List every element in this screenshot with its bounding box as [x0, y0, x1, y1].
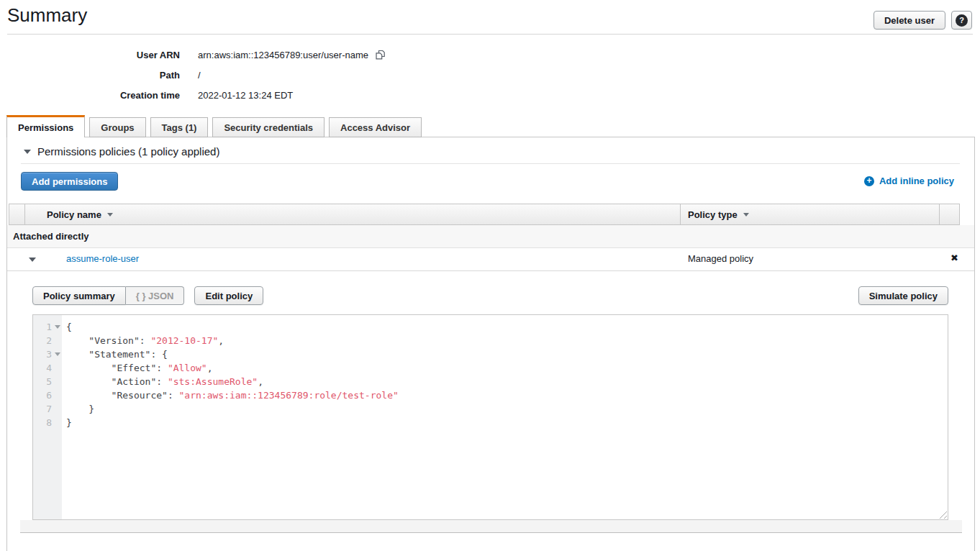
expander-column-header [9, 204, 25, 224]
line-number: 4 [33, 361, 62, 375]
permissions-tab-panel: Permissions policies (1 policy applied) … [6, 137, 975, 551]
header-divider [7, 34, 973, 35]
policy-detail-panel: Policy summary { } JSON Edit policy Simu… [7, 271, 974, 533]
help-button[interactable]: ? [951, 11, 972, 29]
line-number-text: 5 [46, 376, 52, 387]
line-number: 6 [33, 388, 62, 402]
section-divider [21, 163, 960, 164]
tab-access-advisor[interactable]: Access Advisor [329, 117, 422, 137]
add-permissions-button[interactable]: Add permissions [21, 172, 118, 191]
line-number: 5 [33, 375, 62, 388]
policy-type-column-header[interactable]: Policy type [680, 204, 939, 224]
editor-footer-bar [20, 520, 962, 533]
code-token-string: "arn:aws:iam::123456789:role/test-role" [179, 390, 399, 401]
line-number-text: 7 [46, 404, 52, 414]
code-line: "Action": "sts:AssumeRole", [66, 375, 948, 388]
line-number: 3 [33, 347, 62, 361]
code-line: "Version": "2012-10-17", [66, 334, 948, 347]
row-expander-icon[interactable] [29, 258, 36, 262]
code-token-string: "Allow" [168, 363, 207, 373]
policies-table-header: Policy name Policy type [9, 204, 960, 225]
section-collapse-icon [24, 150, 31, 154]
json-view-button[interactable]: { } JSON [126, 286, 185, 305]
path-value: / [198, 70, 201, 81]
code-token: } [66, 404, 94, 414]
add-inline-policy-label: Add inline policy [879, 176, 954, 186]
user-arn-label: User ARN [0, 50, 180, 60]
line-number-text: 2 [46, 335, 52, 346]
policy-summary-button[interactable]: Policy summary [32, 286, 126, 305]
policy-type-header-label: Policy type [688, 209, 738, 220]
code-fold-icon[interactable] [55, 352, 60, 356]
edit-policy-button[interactable]: Edit policy [194, 286, 263, 305]
user-arn-value: arn:aws:iam::123456789:user/user-name [198, 50, 368, 60]
copy-arn-button[interactable] [375, 49, 386, 60]
line-number: 1 [33, 320, 62, 334]
code-line: } [66, 416, 948, 429]
permissions-policies-section-toggle[interactable]: Permissions policies (1 policy applied) [24, 145, 219, 158]
field-row-user-arn: User ARN arn:aws:iam::123456789:user/use… [0, 45, 386, 65]
code-token: "Effect": [66, 363, 168, 373]
policy-view-buttons: Policy summary { } JSON Edit policy [32, 286, 263, 305]
code-token-string: "2012-10-17" [150, 335, 218, 346]
line-number: 7 [33, 402, 62, 416]
code-token: , [258, 376, 263, 387]
code-token: , [207, 363, 213, 373]
tab-tags[interactable]: Tags (1) [150, 117, 209, 137]
group-row-label: Attached directly [13, 231, 89, 242]
code-line: "Statement": { [66, 347, 948, 361]
remove-policy-icon[interactable]: ✖ [950, 252, 958, 263]
path-label: Path [0, 70, 180, 81]
attached-directly-group-row: Attached directly [7, 225, 974, 248]
code-token: "Version": [66, 335, 150, 346]
tab-bar: Permissions Groups Tags (1) Security cre… [6, 115, 422, 137]
code-fold-icon[interactable] [55, 325, 60, 329]
code-line: { [66, 320, 948, 334]
plus-icon: + [864, 176, 874, 186]
policy-name-link[interactable]: assume-role-user [66, 253, 139, 264]
summary-fields: User ARN arn:aws:iam::123456789:user/use… [0, 45, 386, 105]
tab-permissions[interactable]: Permissions [6, 115, 85, 137]
copy-icon [375, 49, 386, 60]
simulate-policy-button[interactable]: Simulate policy [858, 286, 948, 305]
json-policy-editor[interactable]: 1 2 3 4 5 6 7 8 { "Version": "2012-10-17… [32, 314, 948, 520]
delete-user-button[interactable]: Delete user [874, 11, 945, 29]
code-token: , [218, 335, 224, 346]
editor-line-number-gutter: 1 2 3 4 5 6 7 8 [33, 315, 62, 519]
line-number: 8 [33, 416, 62, 429]
line-number-text: 3 [46, 349, 52, 360]
code-line: "Resource": "arn:aws:iam::123456789:role… [66, 388, 948, 402]
section-title: Permissions policies (1 policy applied) [37, 145, 219, 158]
creation-time-value: 2022-01-12 13:24 EDT [198, 90, 293, 101]
action-column-header [939, 204, 959, 224]
header-actions: Delete user ? [874, 11, 972, 29]
tab-security-credentials[interactable]: Security credentials [212, 117, 325, 137]
code-token-string: "sts:AssumeRole" [168, 376, 258, 387]
code-token: { [66, 322, 72, 332]
help-icon: ? [956, 14, 968, 27]
policy-type-value: Managed policy [688, 253, 753, 264]
add-inline-policy-link[interactable]: + Add inline policy [864, 176, 954, 186]
code-token: "Action": [66, 376, 168, 387]
iam-user-summary-page: Summary Delete user ? User ARN arn:aws:i… [0, 0, 980, 551]
code-token: "Resource": [66, 390, 179, 401]
json-code-area: { "Version": "2012-10-17", "Statement": … [62, 315, 948, 519]
policy-name-header-label: Policy name [47, 209, 101, 220]
creation-time-label: Creation time [0, 90, 180, 101]
code-line: "Effect": "Allow", [66, 361, 948, 375]
tab-groups[interactable]: Groups [89, 117, 145, 137]
field-row-creation-time: Creation time 2022-01-12 13:24 EDT [0, 85, 386, 105]
line-number: 2 [33, 334, 62, 347]
policy-table-row: assume-role-user Managed policy ✖ [7, 248, 974, 271]
sort-caret-icon [743, 213, 749, 217]
policy-name-column-header[interactable]: Policy name [25, 204, 680, 224]
code-token: "Statement": { [66, 349, 168, 360]
code-token: } [66, 417, 72, 428]
line-number-text: 4 [46, 363, 52, 373]
code-line: } [66, 402, 948, 416]
line-number-text: 6 [46, 390, 52, 401]
page-title: Summary [7, 4, 87, 27]
line-number-text: 8 [46, 417, 52, 428]
line-number-text: 1 [46, 322, 52, 332]
sort-caret-icon [107, 213, 113, 217]
